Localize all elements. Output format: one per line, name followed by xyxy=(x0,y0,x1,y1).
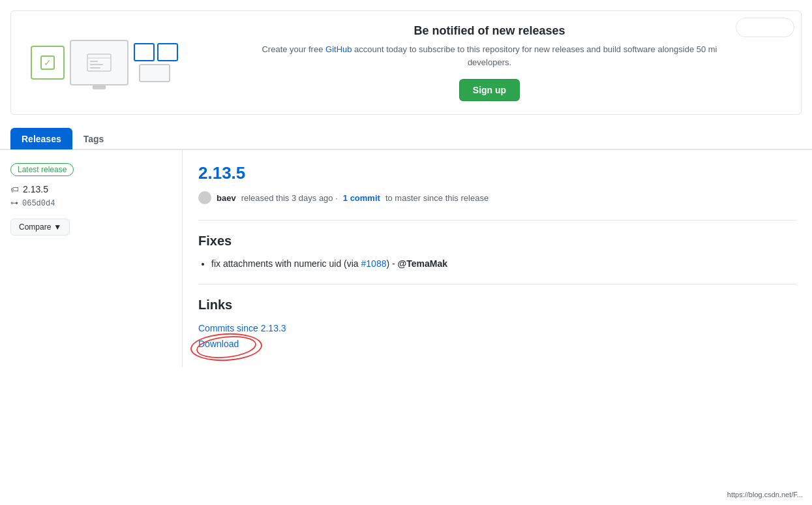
fix-issue-link[interactable]: #1088 xyxy=(361,258,387,269)
svg-rect-2 xyxy=(90,61,98,62)
subtitle-suffix: developers. xyxy=(468,57,511,67)
author-avatar xyxy=(198,191,211,204)
tab-tags[interactable]: Tags xyxy=(72,128,115,149)
commit-count-link[interactable]: 1 commit xyxy=(343,193,380,203)
svg-rect-4 xyxy=(90,67,100,69)
banner-content: Be notified of new releases Create your … xyxy=(198,24,781,101)
fix-text-mid: ) - xyxy=(386,258,397,269)
box-bottom xyxy=(139,64,170,82)
banner-title: Be notified of new releases xyxy=(198,24,781,38)
notification-banner: ✓ Be notified of new releases Create you… xyxy=(10,10,802,115)
commit-icon: ⊶ xyxy=(10,198,18,208)
releases-content: Latest release 🏷 2.13.5 ⊶ 065d0d4 Compar… xyxy=(0,149,812,367)
author-link[interactable]: baev xyxy=(217,193,236,203)
box-top-right xyxy=(157,43,178,61)
release-main: 2.13.5 baev released this 3 days ago · 1… xyxy=(183,150,812,367)
sidebar-commit: ⊶ 065d0d4 xyxy=(10,198,172,208)
commit-hash: 065d0d4 xyxy=(22,199,55,208)
release-notes: fix attachments with numeric uid (via #1… xyxy=(198,256,796,271)
commits-since-link[interactable]: Commits since 2.13.3 xyxy=(198,323,286,333)
meta-suffix: to master since this release xyxy=(385,193,489,203)
commits-since-item: Commits since 2.13.3 xyxy=(198,323,796,333)
tag-version: 2.13.5 xyxy=(23,184,48,194)
release-sidebar: Latest release 🏷 2.13.5 ⊶ 065d0d4 Compar… xyxy=(0,150,183,367)
release-version-link[interactable]: 2.13.5 xyxy=(198,163,796,183)
links-list: Commits since 2.13.3 Download xyxy=(198,323,796,349)
box-top-left xyxy=(134,43,155,61)
svg-rect-3 xyxy=(90,64,103,65)
screen-illustration xyxy=(70,40,128,85)
tabs-container: Releases Tags xyxy=(0,128,812,149)
check-illustration: ✓ xyxy=(31,46,65,80)
meta-text: released this 3 days ago · xyxy=(241,193,338,203)
compare-label: Compare xyxy=(19,222,51,232)
banner-illustration: ✓ xyxy=(31,40,178,85)
svg-rect-0 xyxy=(87,54,111,71)
check-inner: ✓ xyxy=(40,55,55,70)
subtitle-pre: Create your free xyxy=(262,44,325,54)
release-meta: baev released this 3 days ago · 1 commit… xyxy=(198,191,796,204)
divider-2 xyxy=(198,284,796,284)
fix-author-link: @TemaMak xyxy=(398,258,447,269)
divider-1 xyxy=(198,220,796,221)
subtitle-mid: account today to subscribe to this repos… xyxy=(352,44,717,54)
latest-release-badge: Latest release xyxy=(10,163,74,176)
download-item: Download xyxy=(198,339,796,349)
tag-icon: 🏷 xyxy=(10,185,19,194)
fixes-title: Fixes xyxy=(198,234,796,249)
compare-chevron-icon: ▼ xyxy=(53,222,61,232)
scroll-top-button[interactable] xyxy=(736,18,794,37)
github-link[interactable]: GitHub xyxy=(325,44,352,54)
links-title: Links xyxy=(198,298,796,313)
download-wrapper: Download xyxy=(198,339,239,349)
compare-button[interactable]: Compare ▼ xyxy=(10,219,70,236)
banner-subtitle: Create your free GitHub account today to… xyxy=(198,43,781,69)
fix-text-pre: fix attachments with numeric uid (via xyxy=(211,258,361,269)
download-link[interactable]: Download xyxy=(198,339,239,349)
screen-icon xyxy=(86,53,112,72)
signup-button[interactable]: Sign up xyxy=(459,79,520,101)
fix-item: fix attachments with numeric uid (via #1… xyxy=(211,256,796,271)
tab-releases[interactable]: Releases xyxy=(10,128,72,149)
sidebar-tag: 🏷 2.13.5 xyxy=(10,184,172,194)
boxes-illustration xyxy=(134,43,178,82)
